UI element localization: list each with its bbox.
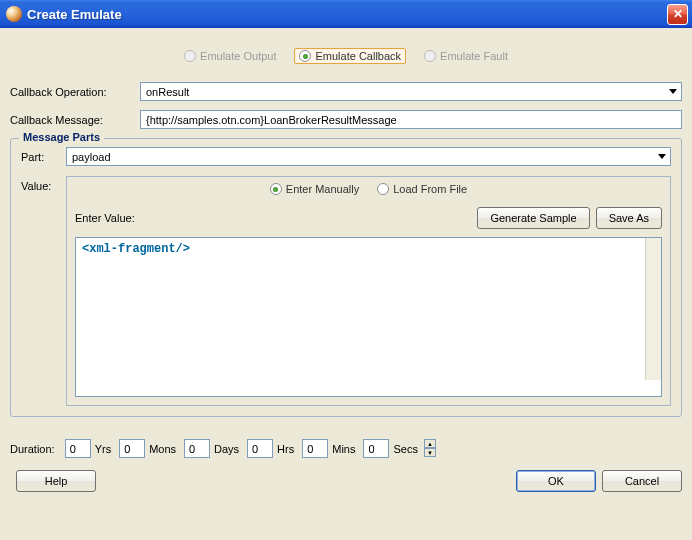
load-from-file-radio[interactable]: Load From File <box>377 183 467 195</box>
duration-days-input[interactable] <box>184 439 210 458</box>
cancel-button[interactable]: Cancel <box>602 470 682 492</box>
titlebar: Create Emulate ✕ <box>0 0 692 28</box>
combo-value: onResult <box>146 86 189 98</box>
radio-label: Emulate Output <box>200 50 276 62</box>
window-title: Create Emulate <box>27 7 667 22</box>
generate-sample-button[interactable]: Generate Sample <box>477 207 589 229</box>
help-button[interactable]: Help <box>16 470 96 492</box>
emulate-mode-radios: Emulate Output Emulate Callback Emulate … <box>10 48 682 64</box>
message-parts-fieldset: Message Parts Part: payload Value: Enter… <box>10 138 682 417</box>
callback-operation-label: Callback Operation: <box>10 86 140 98</box>
duration-mons-input[interactable] <box>119 439 145 458</box>
app-icon <box>6 6 22 22</box>
radio-label: Load From File <box>393 183 467 195</box>
part-label: Part: <box>21 151 56 163</box>
close-button[interactable]: ✕ <box>667 4 688 25</box>
xml-content: <xml-fragment/> <box>82 242 190 256</box>
part-combo[interactable]: payload <box>66 147 671 166</box>
spinner-up-button[interactable]: ▲ <box>424 439 436 448</box>
dialog-button-bar: Help OK Cancel <box>10 470 682 492</box>
callback-message-input[interactable] <box>140 110 682 129</box>
xml-value-editor[interactable]: <xml-fragment/> <box>75 237 662 397</box>
yrs-label: Yrs <box>95 443 112 455</box>
secs-label: Secs <box>393 443 417 455</box>
radio-icon <box>184 50 196 62</box>
spinner-down-button[interactable]: ▼ <box>424 448 436 457</box>
radio-label: Emulate Fault <box>440 50 508 62</box>
radio-icon <box>424 50 436 62</box>
duration-label: Duration: <box>10 443 55 455</box>
duration-row: Duration: Yrs Mons Days Hrs Mins Secs ▲ … <box>10 439 682 458</box>
radio-icon <box>299 50 311 62</box>
save-as-button[interactable]: Save As <box>596 207 662 229</box>
mons-label: Mons <box>149 443 176 455</box>
radio-label: Enter Manually <box>286 183 359 195</box>
mins-label: Mins <box>332 443 355 455</box>
duration-secs-input[interactable] <box>363 439 389 458</box>
hrs-label: Hrs <box>277 443 294 455</box>
duration-hrs-input[interactable] <box>247 439 273 458</box>
callback-operation-combo[interactable]: onResult <box>140 82 682 101</box>
radio-label: Emulate Callback <box>315 50 401 62</box>
scrollbar[interactable] <box>645 238 661 380</box>
callback-message-label: Callback Message: <box>10 114 140 126</box>
emulate-callback-radio[interactable]: Emulate Callback <box>294 48 406 64</box>
value-panel: Enter Manually Load From File Enter Valu… <box>66 176 671 406</box>
ok-button[interactable]: OK <box>516 470 596 492</box>
radio-icon <box>270 183 282 195</box>
duration-mins-input[interactable] <box>302 439 328 458</box>
enter-manually-radio[interactable]: Enter Manually <box>270 183 359 195</box>
emulate-output-radio: Emulate Output <box>184 48 276 64</box>
value-label: Value: <box>21 176 56 406</box>
duration-spinner: ▲ ▼ <box>424 439 436 458</box>
duration-yrs-input[interactable] <box>65 439 91 458</box>
emulate-fault-radio: Emulate Fault <box>424 48 508 64</box>
message-parts-legend: Message Parts <box>19 131 104 143</box>
enter-value-label: Enter Value: <box>75 212 471 224</box>
combo-value: payload <box>72 151 111 163</box>
radio-icon <box>377 183 389 195</box>
days-label: Days <box>214 443 239 455</box>
